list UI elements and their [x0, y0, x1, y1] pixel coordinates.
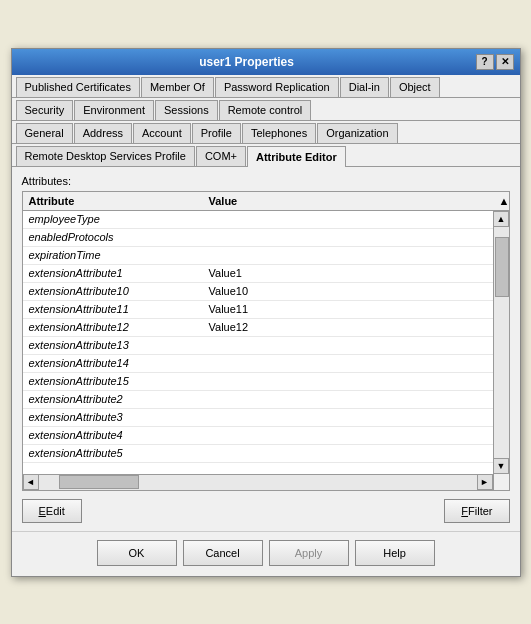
- tab-environment[interactable]: Environment: [74, 100, 154, 120]
- tab-general[interactable]: General: [16, 123, 73, 143]
- properties-window: user1 Properties ? ✕ Published Certifica…: [11, 48, 521, 577]
- ok-button[interactable]: OK: [97, 540, 177, 566]
- attr-name-cell: extensionAttribute12: [23, 321, 203, 333]
- help-button[interactable]: ?: [476, 54, 494, 70]
- scroll-down-arrow[interactable]: ▼: [493, 458, 509, 474]
- attributes-header: Attribute Value ▲: [23, 192, 509, 211]
- tab-dial-in[interactable]: Dial-in: [340, 77, 389, 97]
- table-row[interactable]: extensionAttribute1Value1: [23, 265, 493, 283]
- table-row[interactable]: extensionAttribute10Value10: [23, 283, 493, 301]
- tab-rdp[interactable]: Remote Desktop Services Profile: [16, 146, 195, 166]
- table-row[interactable]: enabledProtocols: [23, 229, 493, 247]
- tab-container: Published Certificates Member Of Passwor…: [12, 75, 520, 167]
- tab-row-2: Security Environment Sessions Remote con…: [12, 98, 520, 121]
- attributes-table: Attribute Value ▲ employeeTypeenabledPro…: [22, 191, 510, 491]
- edit-label: EEdit: [39, 505, 65, 517]
- table-row[interactable]: extensionAttribute5: [23, 445, 493, 463]
- tab-attribute-editor[interactable]: Attribute Editor: [247, 146, 346, 167]
- scroll-thumb[interactable]: [495, 237, 509, 297]
- attr-name-cell: employeeType: [23, 213, 203, 225]
- attr-name-cell: extensionAttribute13: [23, 339, 203, 351]
- hscroll-left-arrow[interactable]: ◄: [23, 474, 39, 490]
- scroll-placeholder: ▲: [493, 194, 509, 208]
- attr-name-cell: extensionAttribute2: [23, 393, 203, 405]
- table-row[interactable]: extensionAttribute2: [23, 391, 493, 409]
- table-row[interactable]: employeeType: [23, 211, 493, 229]
- attr-name-cell: extensionAttribute14: [23, 357, 203, 369]
- apply-button[interactable]: Apply: [269, 540, 349, 566]
- filter-button[interactable]: FFilter: [444, 499, 509, 523]
- action-buttons: EEdit FFilter: [22, 499, 510, 523]
- tab-security[interactable]: Security: [16, 100, 74, 120]
- tab-password-replication[interactable]: Password Replication: [215, 77, 339, 97]
- tab-member-of[interactable]: Member Of: [141, 77, 214, 97]
- tab-row-1: Published Certificates Member Of Passwor…: [12, 75, 520, 98]
- attr-name-cell: expirationTime: [23, 249, 203, 261]
- edit-button[interactable]: EEdit: [22, 499, 82, 523]
- hscroll-track[interactable]: [39, 475, 477, 490]
- column-header-value: Value: [203, 194, 493, 208]
- tab-published-certificates[interactable]: Published Certificates: [16, 77, 140, 97]
- attr-name-cell: extensionAttribute15: [23, 375, 203, 387]
- attr-rows-list[interactable]: employeeTypeenabledProtocolsexpirationTi…: [23, 211, 493, 474]
- table-row[interactable]: extensionAttribute12Value12: [23, 319, 493, 337]
- table-row[interactable]: extensionAttribute13: [23, 337, 493, 355]
- attr-name-cell: extensionAttribute1: [23, 267, 203, 279]
- tab-com-plus[interactable]: COM+: [196, 146, 246, 166]
- attr-name-cell: enabledProtocols: [23, 231, 203, 243]
- hscroll-corner: [493, 474, 509, 490]
- attr-name-cell: extensionAttribute11: [23, 303, 203, 315]
- content-area: Attributes: Attribute Value ▲ employeeTy…: [12, 167, 520, 531]
- tab-object[interactable]: Object: [390, 77, 440, 97]
- hscroll-right-arrow[interactable]: ►: [477, 474, 493, 490]
- tab-account[interactable]: Account: [133, 123, 191, 143]
- scroll-track[interactable]: [494, 227, 509, 458]
- help-bottom-button[interactable]: Help: [355, 540, 435, 566]
- tab-organization[interactable]: Organization: [317, 123, 397, 143]
- attr-value-cell: Value10: [203, 285, 493, 297]
- vertical-scrollbar[interactable]: ▲ ▼: [493, 211, 509, 474]
- attr-rows-wrapper: employeeTypeenabledProtocolsexpirationTi…: [23, 211, 509, 474]
- title-bar-buttons: ? ✕: [476, 54, 514, 70]
- tab-sessions[interactable]: Sessions: [155, 100, 218, 120]
- tab-profile[interactable]: Profile: [192, 123, 241, 143]
- tab-row-3: General Address Account Profile Telephon…: [12, 121, 520, 144]
- close-button[interactable]: ✕: [496, 54, 514, 70]
- attr-name-cell: extensionAttribute3: [23, 411, 203, 423]
- attr-value-cell: Value11: [203, 303, 493, 315]
- attr-value-cell: Value1: [203, 267, 493, 279]
- table-row[interactable]: extensionAttribute14: [23, 355, 493, 373]
- table-row[interactable]: extensionAttribute11Value11: [23, 301, 493, 319]
- filter-label: FFilter: [461, 505, 492, 517]
- attr-name-cell: extensionAttribute5: [23, 447, 203, 459]
- attributes-label: Attributes:: [22, 175, 510, 187]
- tab-address[interactable]: Address: [74, 123, 132, 143]
- cancel-button[interactable]: Cancel: [183, 540, 263, 566]
- tab-remote-control[interactable]: Remote control: [219, 100, 312, 120]
- window-title: user1 Properties: [18, 55, 476, 69]
- bottom-buttons: OK Cancel Apply Help: [12, 531, 520, 576]
- title-bar: user1 Properties ? ✕: [12, 49, 520, 75]
- table-row[interactable]: extensionAttribute4: [23, 427, 493, 445]
- tab-row-4: Remote Desktop Services Profile COM+ Att…: [12, 144, 520, 167]
- horizontal-scrollbar[interactable]: ◄ ►: [23, 474, 509, 490]
- tab-telephones[interactable]: Telephones: [242, 123, 316, 143]
- scroll-up-arrow[interactable]: ▲: [493, 211, 509, 227]
- table-row[interactable]: extensionAttribute3: [23, 409, 493, 427]
- attr-name-cell: extensionAttribute4: [23, 429, 203, 441]
- attr-name-cell: extensionAttribute10: [23, 285, 203, 297]
- column-header-attribute: Attribute: [23, 194, 203, 208]
- hscroll-thumb[interactable]: [59, 475, 139, 489]
- attr-value-cell: Value12: [203, 321, 493, 333]
- table-row[interactable]: extensionAttribute15: [23, 373, 493, 391]
- table-row[interactable]: expirationTime: [23, 247, 493, 265]
